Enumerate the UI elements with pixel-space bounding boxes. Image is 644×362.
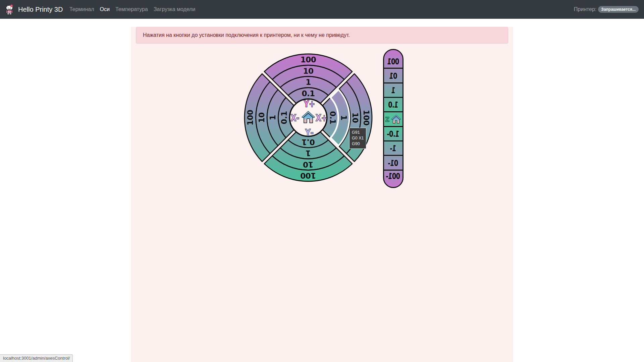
wheel-label-right-100: 100 — [362, 110, 371, 126]
navbar: Hello Printy 3D Терминал Оси Температура… — [0, 0, 644, 19]
tooltip-line-3: G90 — [352, 141, 364, 147]
z-jog-plus-10[interactable]: 01 — [384, 68, 402, 82]
printer-status-badge: Запрашивается... — [598, 6, 639, 13]
wheel-label-left-100: 100 — [246, 110, 255, 126]
wheel-label-bottom-0.1: 0.1 — [302, 138, 315, 146]
x-minus-button[interactable]: X- — [290, 113, 299, 123]
hello-kitty-logo-icon — [5, 4, 13, 15]
connection-warning-alert: Нажатия на кнопки до установки подключен… — [136, 27, 508, 44]
z-jog-plus-0.1[interactable]: 1.0 — [384, 97, 402, 111]
wheel-label-left-0.1: 0.1 — [279, 111, 288, 124]
z-home-button[interactable]: Z — [384, 111, 402, 126]
z-jog-plus-1[interactable]: 1 — [384, 82, 402, 97]
nav-link-temperature[interactable]: Температура — [112, 4, 151, 15]
wheel-label-right-1: 1 — [339, 115, 348, 120]
status-url: localhost:3001/admin/axesControl/ — [3, 356, 70, 361]
tooltip-line-2: G0 X1 — [352, 135, 364, 141]
wheel-label-right-0.1: 0.1 — [328, 111, 337, 124]
printer-status-area: Принтер: Запрашивается... — [574, 6, 639, 13]
z-jog-plus-100[interactable]: 001 — [384, 50, 402, 68]
nav-links: Терминал Оси Температура Загрузка модели — [66, 4, 198, 15]
wheel-label-bottom-10: 10 — [303, 160, 313, 169]
wheel-label-bottom-1: 1 — [306, 149, 311, 158]
wheel-label-top-0.1: 0.1 — [302, 89, 315, 98]
main-content: Нажатия на кнопки до установки подключен… — [131, 27, 513, 362]
z-jog-minus-10[interactable]: 01- — [384, 155, 402, 169]
x-plus-button[interactable]: X+ — [316, 113, 327, 123]
tooltip-line-1: G91 — [352, 130, 364, 135]
brand-title: Hello Printy 3D — [18, 6, 63, 13]
y-minus-button[interactable]: Y- — [305, 128, 313, 138]
brand[interactable]: Hello Printy 3D — [5, 4, 63, 15]
z-axis-letter: Z — [385, 116, 389, 123]
xy-jog-wheel: 100 10 1 0.1 100 10 1 0.1 100 10 1 0.1 1… — [244, 53, 373, 182]
wheel-label-top-100: 100 — [300, 55, 316, 64]
wheel-label-bottom-100: 100 — [300, 171, 316, 180]
wheel-label-top-1: 1 — [306, 78, 311, 86]
wheel-label-left-10: 10 — [257, 112, 266, 123]
nav-link-terminal[interactable]: Терминал — [66, 4, 97, 15]
nav-link-axes[interactable]: Оси — [97, 4, 112, 15]
z-jog-minus-1[interactable]: 1- — [384, 140, 402, 155]
browser-status-bubble: localhost:3001/admin/axesControl/ — [0, 354, 73, 362]
z-home-house-icon — [391, 114, 401, 124]
z-jog-minus-0.1[interactable]: 1.0- — [384, 126, 402, 140]
wheel-label-left-1: 1 — [268, 115, 277, 120]
alert-text: Нажатия на кнопки до установки подключен… — [143, 32, 350, 38]
nav-link-model-upload[interactable]: Загрузка модели — [151, 4, 198, 15]
gcode-tooltip: G91 G0 X1 G90 — [349, 128, 366, 149]
axes-control-widgets: 100 10 1 0.1 100 10 1 0.1 100 10 1 0.1 1… — [136, 48, 508, 188]
z-jog-bar: 001 01 1 1.0 Z — [383, 49, 404, 188]
y-plus-button[interactable]: Y+ — [303, 99, 315, 109]
wheel-label-right-10: 10 — [351, 112, 359, 123]
printer-label: Принтер: — [574, 6, 597, 12]
wheel-label-top-10: 10 — [303, 67, 313, 75]
z-jog-minus-100[interactable]: 001- — [384, 170, 402, 187]
